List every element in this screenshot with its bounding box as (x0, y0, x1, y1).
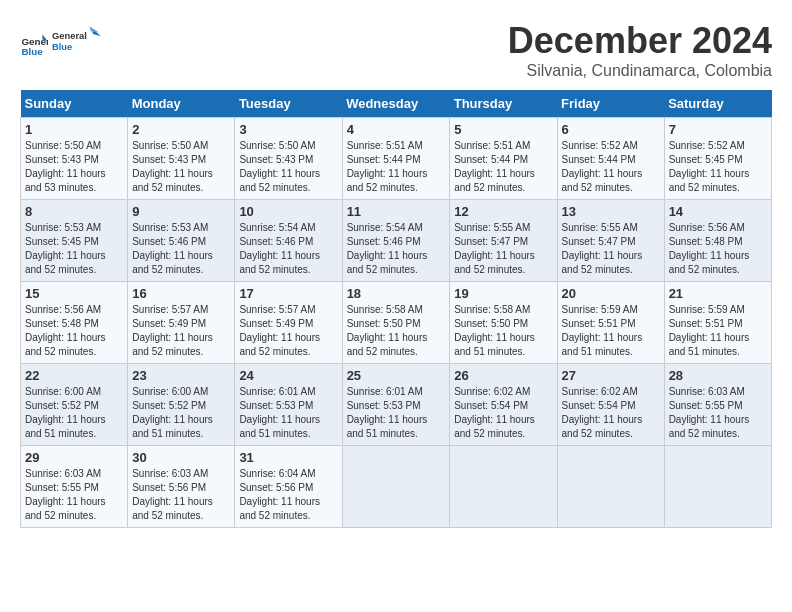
day-number: 27 (562, 368, 660, 383)
calendar-cell (450, 446, 557, 528)
calendar-cell: 8 Sunrise: 5:53 AM Sunset: 5:45 PM Dayli… (21, 200, 128, 282)
day-number: 5 (454, 122, 552, 137)
day-number: 29 (25, 450, 123, 465)
col-header-sunday: Sunday (21, 90, 128, 118)
day-number: 2 (132, 122, 230, 137)
day-number: 12 (454, 204, 552, 219)
day-info: Sunrise: 6:03 AM Sunset: 5:55 PM Dayligh… (669, 385, 767, 441)
day-number: 18 (347, 286, 446, 301)
calendar-cell: 28 Sunrise: 6:03 AM Sunset: 5:55 PM Dayl… (664, 364, 771, 446)
day-info: Sunrise: 6:03 AM Sunset: 5:55 PM Dayligh… (25, 467, 123, 523)
day-info: Sunrise: 5:58 AM Sunset: 5:50 PM Dayligh… (454, 303, 552, 359)
calendar-week-2: 8 Sunrise: 5:53 AM Sunset: 5:45 PM Dayli… (21, 200, 772, 282)
day-info: Sunrise: 5:50 AM Sunset: 5:43 PM Dayligh… (239, 139, 337, 195)
day-number: 1 (25, 122, 123, 137)
title-block: December 2024 Silvania, Cundinamarca, Co… (508, 20, 772, 80)
calendar-cell: 31 Sunrise: 6:04 AM Sunset: 5:56 PM Dayl… (235, 446, 342, 528)
calendar-cell: 9 Sunrise: 5:53 AM Sunset: 5:46 PM Dayli… (128, 200, 235, 282)
calendar-table: SundayMondayTuesdayWednesdayThursdayFrid… (20, 90, 772, 528)
calendar-cell: 4 Sunrise: 5:51 AM Sunset: 5:44 PM Dayli… (342, 118, 450, 200)
svg-text:General: General (52, 31, 87, 41)
calendar-cell: 23 Sunrise: 6:00 AM Sunset: 5:52 PM Dayl… (128, 364, 235, 446)
day-info: Sunrise: 5:59 AM Sunset: 5:51 PM Dayligh… (669, 303, 767, 359)
calendar-cell: 15 Sunrise: 5:56 AM Sunset: 5:48 PM Dayl… (21, 282, 128, 364)
day-number: 19 (454, 286, 552, 301)
calendar-cell: 17 Sunrise: 5:57 AM Sunset: 5:49 PM Dayl… (235, 282, 342, 364)
calendar-cell: 25 Sunrise: 6:01 AM Sunset: 5:53 PM Dayl… (342, 364, 450, 446)
day-info: Sunrise: 6:02 AM Sunset: 5:54 PM Dayligh… (454, 385, 552, 441)
day-number: 8 (25, 204, 123, 219)
logo-icon: General Blue (20, 31, 48, 59)
day-number: 28 (669, 368, 767, 383)
day-number: 17 (239, 286, 337, 301)
day-info: Sunrise: 5:57 AM Sunset: 5:49 PM Dayligh… (239, 303, 337, 359)
day-info: Sunrise: 5:54 AM Sunset: 5:46 PM Dayligh… (347, 221, 446, 277)
day-number: 14 (669, 204, 767, 219)
calendar-cell: 30 Sunrise: 6:03 AM Sunset: 5:56 PM Dayl… (128, 446, 235, 528)
day-info: Sunrise: 5:51 AM Sunset: 5:44 PM Dayligh… (347, 139, 446, 195)
calendar-cell: 10 Sunrise: 5:54 AM Sunset: 5:46 PM Dayl… (235, 200, 342, 282)
day-number: 25 (347, 368, 446, 383)
calendar-cell: 20 Sunrise: 5:59 AM Sunset: 5:51 PM Dayl… (557, 282, 664, 364)
calendar-cell: 18 Sunrise: 5:58 AM Sunset: 5:50 PM Dayl… (342, 282, 450, 364)
col-header-saturday: Saturday (664, 90, 771, 118)
calendar-cell: 12 Sunrise: 5:55 AM Sunset: 5:47 PM Dayl… (450, 200, 557, 282)
calendar-cell: 5 Sunrise: 5:51 AM Sunset: 5:44 PM Dayli… (450, 118, 557, 200)
day-info: Sunrise: 6:04 AM Sunset: 5:56 PM Dayligh… (239, 467, 337, 523)
day-number: 23 (132, 368, 230, 383)
day-number: 7 (669, 122, 767, 137)
day-info: Sunrise: 5:56 AM Sunset: 5:48 PM Dayligh… (25, 303, 123, 359)
svg-text:Blue: Blue (21, 45, 43, 56)
day-info: Sunrise: 5:50 AM Sunset: 5:43 PM Dayligh… (25, 139, 123, 195)
calendar-cell: 3 Sunrise: 5:50 AM Sunset: 5:43 PM Dayli… (235, 118, 342, 200)
day-number: 22 (25, 368, 123, 383)
day-info: Sunrise: 5:55 AM Sunset: 5:47 PM Dayligh… (454, 221, 552, 277)
calendar-cell: 2 Sunrise: 5:50 AM Sunset: 5:43 PM Dayli… (128, 118, 235, 200)
day-number: 26 (454, 368, 552, 383)
col-header-wednesday: Wednesday (342, 90, 450, 118)
calendar-week-1: 1 Sunrise: 5:50 AM Sunset: 5:43 PM Dayli… (21, 118, 772, 200)
day-number: 13 (562, 204, 660, 219)
day-number: 15 (25, 286, 123, 301)
day-info: Sunrise: 6:01 AM Sunset: 5:53 PM Dayligh… (347, 385, 446, 441)
day-info: Sunrise: 5:56 AM Sunset: 5:48 PM Dayligh… (669, 221, 767, 277)
day-number: 10 (239, 204, 337, 219)
calendar-cell (664, 446, 771, 528)
day-number: 21 (669, 286, 767, 301)
calendar-week-3: 15 Sunrise: 5:56 AM Sunset: 5:48 PM Dayl… (21, 282, 772, 364)
calendar-cell: 27 Sunrise: 6:02 AM Sunset: 5:54 PM Dayl… (557, 364, 664, 446)
calendar-cell (342, 446, 450, 528)
calendar-cell: 6 Sunrise: 5:52 AM Sunset: 5:44 PM Dayli… (557, 118, 664, 200)
col-header-friday: Friday (557, 90, 664, 118)
col-header-thursday: Thursday (450, 90, 557, 118)
day-info: Sunrise: 5:52 AM Sunset: 5:45 PM Dayligh… (669, 139, 767, 195)
page-title: December 2024 (508, 20, 772, 62)
calendar-week-4: 22 Sunrise: 6:00 AM Sunset: 5:52 PM Dayl… (21, 364, 772, 446)
day-number: 24 (239, 368, 337, 383)
col-header-tuesday: Tuesday (235, 90, 342, 118)
svg-marker-6 (90, 26, 99, 32)
day-info: Sunrise: 5:58 AM Sunset: 5:50 PM Dayligh… (347, 303, 446, 359)
day-number: 20 (562, 286, 660, 301)
day-number: 6 (562, 122, 660, 137)
calendar-cell: 22 Sunrise: 6:00 AM Sunset: 5:52 PM Dayl… (21, 364, 128, 446)
day-number: 4 (347, 122, 446, 137)
day-info: Sunrise: 5:53 AM Sunset: 5:46 PM Dayligh… (132, 221, 230, 277)
day-info: Sunrise: 5:51 AM Sunset: 5:44 PM Dayligh… (454, 139, 552, 195)
day-info: Sunrise: 6:02 AM Sunset: 5:54 PM Dayligh… (562, 385, 660, 441)
day-number: 3 (239, 122, 337, 137)
day-number: 11 (347, 204, 446, 219)
day-info: Sunrise: 5:53 AM Sunset: 5:45 PM Dayligh… (25, 221, 123, 277)
day-info: Sunrise: 6:00 AM Sunset: 5:52 PM Dayligh… (25, 385, 123, 441)
calendar-cell: 1 Sunrise: 5:50 AM Sunset: 5:43 PM Dayli… (21, 118, 128, 200)
day-info: Sunrise: 5:50 AM Sunset: 5:43 PM Dayligh… (132, 139, 230, 195)
day-info: Sunrise: 6:01 AM Sunset: 5:53 PM Dayligh… (239, 385, 337, 441)
logo-bird-icon: General Blue (52, 20, 102, 65)
calendar-cell (557, 446, 664, 528)
calendar-cell: 21 Sunrise: 5:59 AM Sunset: 5:51 PM Dayl… (664, 282, 771, 364)
day-number: 30 (132, 450, 230, 465)
day-info: Sunrise: 5:54 AM Sunset: 5:46 PM Dayligh… (239, 221, 337, 277)
calendar-cell: 14 Sunrise: 5:56 AM Sunset: 5:48 PM Dayl… (664, 200, 771, 282)
calendar-cell: 13 Sunrise: 5:55 AM Sunset: 5:47 PM Dayl… (557, 200, 664, 282)
day-info: Sunrise: 6:03 AM Sunset: 5:56 PM Dayligh… (132, 467, 230, 523)
